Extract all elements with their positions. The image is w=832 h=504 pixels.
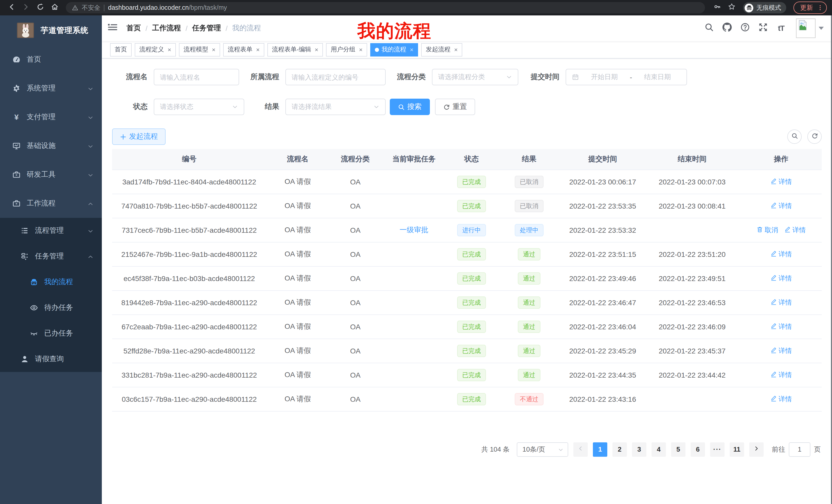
tab-流程表单[interactable]: 流程表单× (223, 43, 264, 56)
detail-link[interactable]: 详情 (770, 201, 792, 211)
back-button[interactable] (5, 2, 18, 14)
breadcrumb-item[interactable]: 工作流程 (152, 24, 181, 33)
table-row: 331bc281-7b9a-11ec-a290-acde48001122OA 请… (112, 363, 822, 387)
tab-流程模型[interactable]: 流程模型× (179, 43, 220, 56)
close-icon[interactable]: × (212, 47, 215, 53)
sidebar-item[interactable]: 流程管理 (0, 218, 102, 244)
prev-page-button[interactable] (573, 442, 588, 456)
detail-link[interactable]: 详情 (770, 274, 792, 283)
process-category-select[interactable]: 请选择流程分类 (432, 69, 518, 85)
reload-button[interactable] (34, 2, 46, 14)
refresh-tool-button[interactable] (807, 130, 822, 144)
detail-link[interactable]: 详情 (770, 322, 792, 331)
status-select[interactable]: 请选择状态 (154, 99, 244, 115)
github-button[interactable] (722, 23, 732, 33)
breadcrumb-item[interactable]: 任务管理 (192, 24, 221, 33)
result-badge: 通过 (518, 272, 541, 284)
star-button[interactable] (726, 2, 738, 14)
more-pages-button[interactable]: ··· (710, 442, 725, 456)
next-page-button[interactable] (749, 442, 763, 456)
result: 不通过 (497, 387, 562, 411)
detail-link[interactable]: 详情 (770, 346, 792, 355)
current-task-link[interactable]: 一级审批 (399, 225, 428, 233)
search-button[interactable]: 搜索 (390, 99, 430, 115)
close-icon[interactable]: × (256, 47, 260, 53)
close-icon[interactable]: × (454, 47, 458, 53)
page-button[interactable]: 3 (632, 442, 646, 456)
status: 已完成 (446, 170, 497, 194)
search-tool-button[interactable] (787, 130, 802, 144)
status-badge: 已完成 (457, 344, 486, 357)
detail-link[interactable]: 详情 (770, 249, 792, 259)
forward-icon (22, 3, 30, 12)
update-button[interactable]: 更新 (794, 2, 827, 14)
broken-image-icon[interactable] (796, 19, 815, 38)
process-category: OA (329, 314, 382, 339)
page-button[interactable]: 1 (593, 442, 607, 456)
calendar-icon (572, 74, 579, 81)
process-name-input[interactable] (160, 73, 233, 81)
result-select[interactable]: 请选择流结果 (285, 99, 386, 115)
detail-link[interactable]: 详情 (770, 177, 792, 186)
page-button[interactable]: 5 (671, 442, 685, 456)
sidebar-item[interactable]: 工作流程 (0, 189, 102, 218)
goto-page-input[interactable] (789, 442, 810, 456)
kebab-menu-icon[interactable] (817, 5, 823, 11)
sidebar-item[interactable]: 待办任务 (0, 295, 102, 320)
close-icon[interactable]: × (167, 47, 171, 53)
page-button[interactable]: 6 (691, 442, 705, 456)
detail-link[interactable]: 详情 (770, 370, 792, 380)
sidebar-item[interactable]: 已办任务 (0, 320, 102, 346)
page-button[interactable]: 2 (613, 442, 627, 456)
app-logo[interactable]: 芋道管理系统 (0, 16, 102, 45)
sidebar-item[interactable]: 基础设施 (0, 132, 102, 160)
home-button[interactable] (48, 2, 61, 14)
edit-icon (770, 371, 777, 379)
status-badge: 已完成 (457, 369, 486, 381)
sidebar-item[interactable]: 任务管理 (0, 244, 102, 269)
security-label[interactable]: 不安全 (82, 3, 100, 12)
avatar-dropdown[interactable] (796, 19, 824, 38)
tab-发起流程[interactable]: 发起流程× (421, 43, 462, 56)
close-icon[interactable]: × (359, 47, 363, 53)
page-title-annotation: 我的流程 (357, 19, 432, 43)
process-definition-input[interactable] (291, 73, 380, 81)
font-size-button[interactable]: tT (776, 23, 786, 33)
question-button[interactable] (740, 23, 750, 33)
sidebar-item[interactable]: 我的流程 (0, 269, 102, 295)
sidebar-item[interactable]: 首页 (0, 45, 102, 74)
tab-首页[interactable]: 首页 (110, 43, 132, 56)
page-button[interactable]: 4 (651, 442, 666, 456)
page-url[interactable]: dashboard.yudao.iocoder.cn/bpm/task/my (108, 4, 227, 11)
submit-time-range-picker[interactable]: 开始日期 - 结束日期 (566, 69, 687, 85)
tab-流程表单-编辑[interactable]: 流程表单-编辑× (267, 43, 323, 56)
status: 已完成 (446, 242, 497, 266)
sidebar-item-label: 待办任务 (44, 303, 73, 312)
page-size-select[interactable]: 10条/页 (517, 442, 568, 456)
cancel-link[interactable]: 取消 (756, 225, 778, 234)
breadcrumb-item[interactable]: 首页 (127, 24, 141, 33)
sidebar-item[interactable]: 系统管理 (0, 74, 102, 103)
tab-我的流程[interactable]: 我的流程× (370, 43, 418, 56)
close-icon[interactable]: × (410, 47, 413, 53)
key-button[interactable] (711, 2, 724, 14)
sidebar-menu: 首页系统管理¥支付管理基础设施研发工具工作流程流程管理任务管理我的流程待办任务已… (0, 45, 102, 372)
address-bar[interactable]: 不安全 dashboard.yudao.iocoder.cn/bpm/task/… (66, 2, 705, 13)
search-button[interactable] (704, 23, 714, 33)
sidebar-item[interactable]: 研发工具 (0, 160, 102, 189)
fullscreen-button[interactable] (758, 23, 768, 33)
tab-用户分组[interactable]: 用户分组× (326, 43, 367, 56)
tab-流程定义[interactable]: 流程定义× (135, 43, 176, 56)
forward-button[interactable] (20, 2, 32, 14)
detail-link[interactable]: 详情 (784, 225, 806, 234)
result: 通过 (497, 242, 562, 266)
create-process-button[interactable]: 发起流程 (112, 129, 165, 145)
page-button[interactable]: 11 (730, 442, 744, 456)
reset-button[interactable]: 重置 (435, 99, 475, 115)
sidebar-item[interactable]: ¥支付管理 (0, 103, 102, 132)
detail-link[interactable]: 详情 (770, 298, 792, 307)
close-icon[interactable]: × (315, 47, 318, 53)
detail-link[interactable]: 详情 (770, 394, 792, 403)
hamburger-icon[interactable] (108, 23, 118, 33)
sidebar-item[interactable]: 请假查询 (0, 346, 102, 372)
